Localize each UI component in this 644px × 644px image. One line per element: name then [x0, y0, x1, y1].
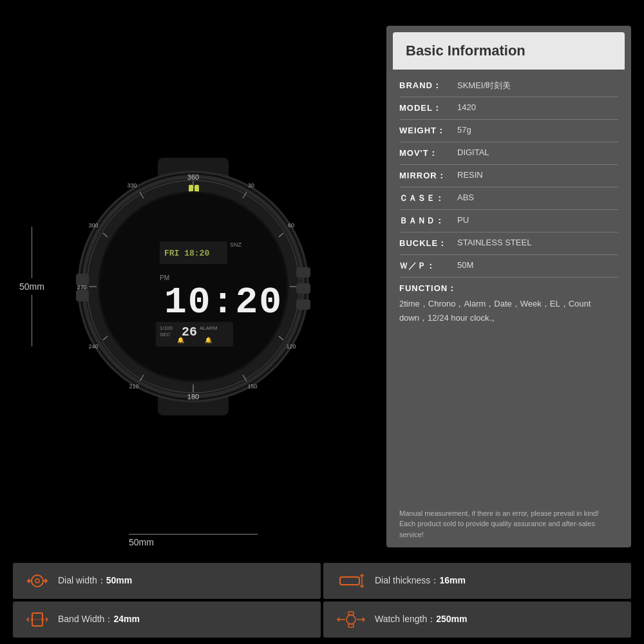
dial-width-icon [26, 572, 49, 590]
svg-rect-37 [76, 274, 89, 285]
movt-label: MOV'T： [399, 147, 457, 159]
info-title: Basic Information [393, 32, 625, 70]
svg-text:SEC: SEC [160, 332, 171, 337]
svg-rect-55 [340, 577, 359, 585]
buckle-value: STAINLESS STEEL [457, 238, 618, 247]
wp-value: 50M [457, 260, 618, 270]
svg-text:30: 30 [248, 182, 254, 189]
footer-line2: Each product sold to provide quality ass… [399, 518, 618, 540]
svg-point-52 [35, 579, 39, 583]
watch-image: 360 30 60 90 120 150 180 210 240 270 300… [58, 151, 328, 422]
svg-text:1/100: 1/100 [160, 325, 173, 331]
svg-text:120: 120 [286, 343, 296, 350]
case-row: ＣＡＳＥ： ABS [399, 187, 618, 210]
brand-row: BRAND： SKMEI/时刻美 [399, 75, 618, 97]
band-width-cell: Band Width：24mm [13, 601, 321, 638]
info-panel: Basic Information BRAND： SKMEI/时刻美 MODEL… [386, 26, 631, 547]
svg-text:🔔: 🔔 [177, 336, 185, 344]
svg-text:FRI 18:20: FRI 18:20 [164, 249, 209, 258]
width-label: 50mm [129, 537, 154, 547]
svg-rect-38 [76, 290, 89, 301]
svg-text:🔔: 🔔 [205, 336, 213, 344]
svg-text:300: 300 [88, 222, 98, 229]
svg-text:60: 60 [288, 222, 294, 229]
weight-value: 57g [457, 125, 618, 135]
svg-text:180: 180 [187, 393, 199, 401]
case-value: ABS [457, 193, 618, 202]
weight-label: WEIGHT： [399, 125, 457, 137]
height-dimension: 50mm [19, 227, 44, 346]
function-row: FUNCTION： 2time，Chrono，Alarm，Date，Week，E… [399, 278, 618, 330]
svg-rect-60 [348, 612, 354, 615]
band-row: ＢＡＮＤ： PU [399, 210, 618, 232]
bar-row-2: Band Width：24mm Watch length：250mm [13, 601, 631, 638]
wp-label: Ｗ／Ｐ： [399, 260, 457, 272]
brand-value: SKMEI/时刻美 [457, 80, 618, 91]
footer-line1: Manual measurement, if there is an error… [399, 508, 618, 519]
wp-row: Ｗ／Ｐ： 50M [399, 255, 618, 278]
width-dimension: 50mm [129, 534, 258, 547]
svg-rect-34 [296, 267, 310, 278]
svg-text:ALARM: ALARM [200, 325, 218, 331]
svg-text:360: 360 [187, 173, 199, 181]
band-width-icon [26, 611, 49, 629]
case-label: ＣＡＳＥ： [399, 193, 457, 204]
bar-row-1: Dial width：50mm Dial thickness：16mm [13, 563, 631, 599]
svg-text:240: 240 [88, 343, 98, 350]
model-label: MODEL： [399, 102, 457, 114]
band-width-text: Band Width：24mm [58, 614, 140, 625]
weight-row: WEIGHT： 57g [399, 120, 618, 142]
function-label: FUNCTION： [399, 283, 457, 294]
dial-thickness-icon [336, 572, 366, 590]
model-row: MODEL： 1420 [399, 97, 618, 120]
movt-row: MOV'T： DIGITAL [399, 142, 618, 165]
svg-rect-35 [296, 283, 310, 294]
dial-thickness-cell: Dial thickness：16mm [323, 563, 631, 599]
watch-length-icon [336, 611, 366, 629]
svg-text:330: 330 [127, 182, 137, 189]
dial-width-text: Dial width：50mm [58, 575, 132, 587]
top-section: 50mm [0, 0, 644, 560]
dial-thickness-text: Dial thickness：16mm [375, 575, 466, 587]
bottom-bars: Dial width：50mm Dial thickness：16mm [0, 560, 644, 644]
svg-text:PM: PM [160, 274, 169, 281]
dial-width-cell: Dial width：50mm [13, 563, 321, 599]
mirror-row: MIRROR： RESIN [399, 165, 618, 187]
svg-point-51 [32, 575, 43, 587]
mirror-value: RESIN [457, 170, 618, 180]
mirror-label: MIRROR： [399, 170, 457, 182]
buckle-label: BUCKLE： [399, 238, 457, 249]
function-value: 2time，Chrono，Alarm，Date，Week，EL，Count do… [399, 297, 618, 325]
svg-text:210: 210 [129, 383, 138, 390]
svg-rect-61 [348, 624, 354, 627]
movt-value: DIGITAL [457, 147, 618, 157]
info-rows: BRAND： SKMEI/时刻美 MODEL： 1420 WEIGHT： 57g… [386, 70, 631, 503]
svg-text:SNZ: SNZ [230, 242, 242, 248]
svg-text:10:20: 10:20 [164, 281, 283, 323]
svg-text:150: 150 [247, 383, 257, 390]
band-label: ＢＡＮＤ： [399, 215, 457, 227]
watch-length-cell: Watch length：250mm [323, 601, 631, 638]
brand-label: BRAND： [399, 80, 457, 91]
watch-length-text: Watch length：250mm [375, 614, 467, 625]
band-value: PU [457, 215, 618, 225]
svg-point-59 [346, 615, 355, 624]
watch-area: 50mm [13, 19, 374, 554]
main-container: 50mm [0, 0, 644, 644]
height-label: 50mm [19, 281, 44, 292]
info-footer: Manual measurement, if there is an error… [386, 503, 631, 548]
svg-rect-36 [296, 299, 310, 310]
model-value: 1420 [457, 102, 618, 112]
buckle-row: BUCKLE： STAINLESS STEEL [399, 232, 618, 255]
